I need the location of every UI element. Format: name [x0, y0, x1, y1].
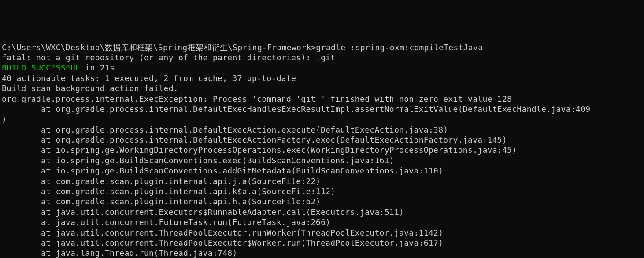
stack-trace-line: at java.util.concurrent.FutureTask.run(F…	[2, 217, 642, 227]
build-status-line: BUILD SUCCESSFUL in 21s	[2, 63, 642, 73]
build-success-label: BUILD SUCCESSFUL	[2, 63, 80, 72]
stack-trace-line: at com.gradle.scan.plugin.internal.api.j…	[2, 176, 642, 186]
stack-trace-line: at com.gradle.scan.plugin.internal.api.h…	[2, 196, 642, 206]
stack-trace-line: at java.util.concurrent.ThreadPoolExecut…	[2, 238, 642, 248]
stack-trace-line: at java.util.concurrent.ThreadPoolExecut…	[2, 228, 642, 238]
stack-trace-line: at java.util.concurrent.Executors$Runnab…	[2, 207, 642, 217]
command-line: C:\Users\WXC\Desktop\数据库和框架\Spring框架和衍生\…	[2, 42, 642, 52]
exception-line: org.gradle.process.internal.ExecExceptio…	[2, 94, 642, 104]
stack-trace-line: )	[2, 114, 642, 124]
terminal-output[interactable]: C:\Users\WXC\Desktop\数据库和框架\Spring框架和衍生\…	[2, 42, 642, 258]
prompt-path: C:\Users\WXC\Desktop\数据库和框架\Spring框架和衍生\…	[2, 43, 316, 52]
stack-trace-line: at org.gradle.process.internal.DefaultEx…	[2, 104, 642, 114]
command-text: gradle :spring-oxm:compileTestJava	[316, 43, 483, 52]
output-line: fatal: not a git repository (or any of t…	[2, 52, 642, 63]
stack-trace-line: at java.lang.Thread.run(Thread.java:748)	[2, 248, 642, 258]
stack-trace-line: at io.spring.ge.BuildScanConventions.add…	[2, 166, 642, 176]
stack-trace-line: at com.gradle.scan.plugin.internal.api.k…	[2, 186, 642, 196]
tasks-summary: 40 actionable tasks: 1 executed, 2 from …	[2, 73, 642, 83]
build-time: in 21s	[80, 63, 115, 72]
stack-trace-line: at io.spring.ge.BuildScanConventions.exe…	[2, 155, 642, 166]
stack-trace-line: at org.gradle.process.internal.DefaultEx…	[2, 125, 642, 135]
stack-trace-line: at io.spring.ge.WorkingDirectoryProcessO…	[2, 145, 642, 155]
scan-failed-line: Build scan background action failed.	[2, 83, 642, 93]
stack-trace-line: at org.gradle.process.internal.DefaultEx…	[2, 135, 642, 145]
